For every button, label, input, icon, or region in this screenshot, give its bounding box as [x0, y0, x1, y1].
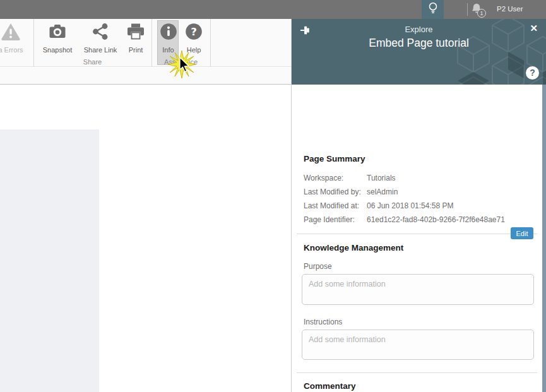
- notification-badge: 1: [477, 9, 486, 18]
- notifications-button[interactable]: 1: [470, 2, 486, 18]
- edit-button[interactable]: Edit: [511, 227, 533, 239]
- page-summary-heading: Page Summary: [304, 154, 365, 163]
- workspace-label: Workspace:: [304, 174, 343, 182]
- help-button[interactable]: ? Help: [182, 21, 205, 54]
- svg-text:?: ?: [191, 26, 197, 38]
- instructions-label: Instructions: [304, 318, 342, 326]
- purpose-label: Purpose: [304, 262, 332, 271]
- print-button[interactable]: Print: [122, 21, 149, 54]
- last-modified-at-label: Last Modified at:: [304, 201, 359, 210]
- top-bar: 1 P2 User: [0, 0, 546, 19]
- content-placeholder-block: [0, 129, 99, 392]
- info-label: Info: [158, 46, 179, 54]
- last-modified-by-label: Last Modified by:: [304, 187, 361, 196]
- explore-panel-body: Page Summary Workspace: Tutorials Last M…: [292, 85, 546, 392]
- explore-panel: ✕ Explore Embed Page tutorial ? Page Sum…: [291, 19, 546, 392]
- commentary-heading: Commentary: [304, 381, 356, 391]
- page-identifier-value: 61ed1c22-fad8-402b-9266-7f2f6e48ae71: [367, 215, 505, 224]
- snapshot-label: Snapshot: [39, 46, 76, 54]
- printer-icon: [122, 21, 149, 44]
- last-modified-at-value: 06 Jun 2018 01:54:58 PM: [367, 201, 453, 210]
- data-errors-label: a Errors: [0, 46, 30, 54]
- lightbulb-icon: [426, 1, 440, 18]
- help-label: Help: [182, 46, 205, 54]
- assistance-group-label: Assistance: [151, 58, 210, 66]
- user-menu[interactable]: P2 User: [497, 5, 523, 13]
- share-link-button[interactable]: Share Link: [81, 21, 120, 54]
- lightbulb-tile[interactable]: [422, 0, 444, 19]
- purpose-input[interactable]: [302, 274, 534, 305]
- panel-help-icon[interactable]: ?: [526, 66, 539, 80]
- page-identifier-label: Page Identifier:: [304, 215, 355, 224]
- toolbar-separator: [210, 19, 211, 67]
- help-icon: ?: [182, 21, 205, 44]
- workspace-value: Tutorials: [367, 174, 396, 182]
- section-divider: [297, 372, 537, 373]
- print-label: Print: [122, 46, 149, 54]
- instructions-input[interactable]: [302, 330, 534, 360]
- share-icon: [81, 21, 120, 44]
- section-divider: [297, 234, 537, 234]
- knowledge-management-heading: Knowledge Management: [304, 243, 403, 252]
- snapshot-button[interactable]: Snapshot: [39, 21, 76, 54]
- topbar-divider: [467, 3, 468, 16]
- explore-panel-header: ✕ Explore Embed Page tutorial ?: [292, 19, 546, 85]
- panel-title: Explore: [292, 25, 546, 34]
- last-modified-by-value: selAdmin: [367, 187, 398, 196]
- warning-triangle-icon: [0, 21, 30, 44]
- share-link-label: Share Link: [81, 46, 120, 54]
- info-button[interactable]: Info: [158, 21, 179, 54]
- share-group-label: Share: [33, 58, 151, 66]
- camera-icon: [39, 21, 76, 44]
- data-errors-button[interactable]: a Errors: [0, 21, 30, 54]
- page-title: Embed Page tutorial: [292, 37, 546, 50]
- info-icon: [158, 21, 179, 44]
- panel-scrollbar[interactable]: [542, 85, 546, 392]
